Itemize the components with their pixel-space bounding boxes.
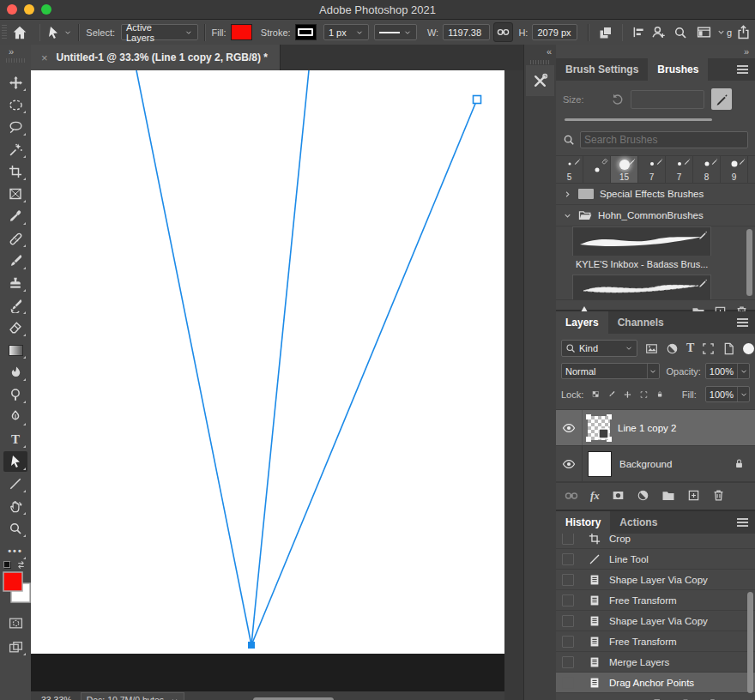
reset-size-icon[interactable] [611, 93, 624, 106]
brushes-scrollbar-thumb[interactable] [746, 229, 752, 296]
brush-preset-tile-selected[interactable]: 15 [611, 156, 638, 183]
tab-layers[interactable]: Layers [556, 311, 608, 334]
document-tab[interactable]: × Untitled-1 @ 33.3% (Line 1 copy 2, RGB… [31, 45, 281, 70]
shape-width-field[interactable]: 1197.38 [443, 24, 490, 40]
tab-brush-settings[interactable]: Brush Settings [556, 58, 648, 81]
horizontal-scrollbar-thumb[interactable] [253, 697, 334, 700]
stroke-width-dropdown[interactable]: 1 px [323, 24, 369, 40]
layer-thumbnail[interactable] [588, 416, 610, 440]
zoom-level[interactable]: 33.33% [41, 695, 72, 700]
history-row-selected[interactable]: Drag Anchor Points [556, 673, 755, 693]
screen-mode-button[interactable] [3, 637, 27, 657]
path-operations-button[interactable] [595, 26, 615, 39]
brush-preset-tile[interactable]: 8 [693, 156, 721, 183]
current-tool-button[interactable] [46, 26, 72, 39]
foreground-color-swatch[interactable] [3, 571, 23, 592]
panel-menu-icon[interactable] [737, 522, 748, 523]
history-source-checkbox[interactable] [562, 594, 574, 606]
brush-size-input[interactable] [631, 90, 704, 109]
lock-position-icon[interactable] [624, 389, 631, 401]
expand-dock-icon[interactable]: « [547, 46, 551, 57]
history-source-checkbox[interactable] [562, 574, 574, 586]
lock-pixels-icon[interactable] [608, 389, 615, 400]
filter-shape-layers-icon[interactable] [702, 342, 715, 355]
brush-preset-tile[interactable]: 5 [556, 156, 583, 183]
home-button[interactable] [7, 25, 33, 40]
brush-stroke-preview-button[interactable] [711, 88, 732, 110]
history-row[interactable]: Merge Layers [556, 652, 755, 673]
history-brush-tool[interactable] [3, 295, 27, 316]
new-group-icon[interactable] [661, 489, 675, 503]
history-row[interactable]: Line Tool [556, 549, 755, 570]
delete-layer-icon[interactable] [712, 489, 725, 502]
brush-list-item[interactable]: Kyle's Inkbox - Badass Brush [556, 275, 755, 299]
opacity-field[interactable]: 100% [705, 363, 750, 379]
blend-mode-dropdown[interactable]: Normal [561, 363, 660, 379]
history-source-checkbox[interactable] [562, 553, 574, 565]
dodge-tool[interactable] [3, 384, 27, 405]
hand-tool[interactable] [3, 496, 27, 516]
frame-tool[interactable] [3, 184, 27, 204]
path-selection-tool[interactable] [3, 451, 27, 472]
select-mode-dropdown[interactable]: Active Layers [121, 24, 198, 40]
history-source-checkbox[interactable] [562, 636, 574, 648]
brush-size-slider[interactable] [565, 118, 712, 121]
zoom-tool[interactable] [3, 518, 27, 539]
quick-mask-button[interactable] [3, 612, 27, 633]
layer-visibility-toggle[interactable] [556, 410, 583, 445]
filter-adjustment-layers-icon[interactable] [666, 342, 679, 355]
layer-style-fx-icon[interactable]: fx [590, 489, 600, 503]
filter-toggle-switch[interactable] [743, 343, 754, 354]
doc-info-field[interactable]: Doc: 10.7M/0 bytes [81, 692, 184, 700]
history-row[interactable]: Free Transform [556, 631, 755, 652]
fill-field[interactable]: 100% [705, 386, 750, 402]
brush-preset-tile[interactable]: 7 [638, 156, 666, 183]
layer-name[interactable]: Line 1 copy 2 [618, 423, 676, 433]
lock-transparency-icon[interactable] [592, 389, 599, 400]
move-tool[interactable] [3, 72, 27, 93]
brush-preset-tile[interactable] [583, 156, 611, 183]
smudge-tool[interactable] [3, 362, 27, 383]
eraser-tool[interactable] [3, 317, 27, 338]
default-colors-icon[interactable] [3, 561, 11, 569]
filter-type-layers-icon[interactable]: T [686, 341, 694, 355]
history-source-checkbox[interactable] [562, 677, 574, 689]
marquee-tool[interactable] [3, 94, 27, 115]
toolbar-grip[interactable] [6, 58, 25, 63]
link-layers-icon[interactable] [565, 489, 578, 503]
filter-smart-objects-icon[interactable] [722, 342, 735, 355]
magic-wand-tool[interactable] [3, 139, 27, 160]
healing-brush-tool[interactable] [3, 228, 27, 249]
brush-preset-tile[interactable]: 9 [721, 156, 748, 183]
brush-search-input[interactable] [580, 131, 748, 148]
close-tab-icon[interactable]: × [41, 51, 48, 64]
filter-pixel-layers-icon[interactable] [645, 342, 658, 355]
lasso-tool[interactable] [3, 117, 27, 137]
panel-menu-icon[interactable] [737, 69, 748, 70]
new-adjustment-layer-icon[interactable] [637, 489, 649, 502]
fill-swatch[interactable] [231, 24, 252, 40]
layer-filter-dropdown[interactable]: Kind [561, 340, 637, 357]
lock-artboard-icon[interactable] [640, 389, 648, 401]
brush-list-item[interactable]: KYLE'S Inkbox - Badass Brus... [556, 226, 755, 275]
pen-tool[interactable] [3, 407, 27, 427]
lock-all-icon[interactable] [656, 389, 663, 400]
shape-height-field[interactable]: 2079 px [532, 24, 577, 40]
line-shape-tool[interactable] [3, 474, 27, 494]
brush-preset-tile[interactable]: 7 [666, 156, 693, 183]
dock-grip[interactable] [530, 60, 549, 64]
collapse-dock-icon[interactable]: » [744, 46, 748, 57]
history-row[interactable]: Shape Layer Via Copy [556, 611, 755, 631]
layer-thumbnail[interactable] [588, 451, 612, 477]
link-dimensions-button[interactable] [493, 22, 513, 42]
history-row-clipped[interactable]: Crop [556, 534, 755, 549]
history-source-checkbox[interactable] [562, 615, 574, 627]
history-row[interactable]: Shape Layer Via Copy [556, 570, 755, 590]
stroke-swatch[interactable] [295, 24, 317, 40]
clone-stamp-tool[interactable] [3, 273, 27, 293]
search-button[interactable] [669, 26, 692, 39]
history-source-checkbox[interactable] [562, 534, 574, 545]
type-tool[interactable]: T [3, 429, 27, 450]
brush-group-hohn-common[interactable]: Hohn_CommonBrushes [556, 205, 755, 226]
brush-tool[interactable] [3, 250, 27, 271]
